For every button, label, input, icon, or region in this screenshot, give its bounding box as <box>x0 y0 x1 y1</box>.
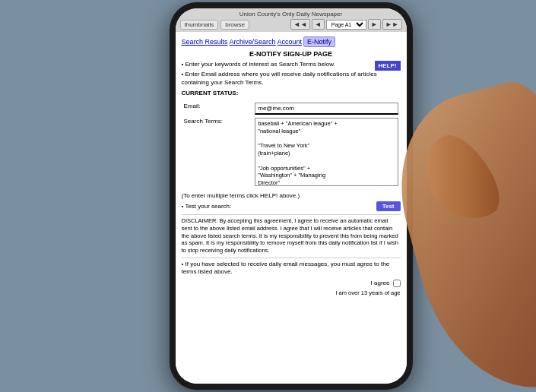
agree-checkbox[interactable] <box>393 280 401 287</box>
content-area: Search Results Archive/Search Account E-… <box>176 32 407 384</box>
tab-thumbnails[interactable]: thumbnails <box>180 20 219 30</box>
phone-device: Union County's Only Daily Newspaper thum… <box>170 2 413 390</box>
agree-note: • If you have selected to receive daily … <box>182 261 401 277</box>
email-input[interactable] <box>255 103 398 115</box>
divider-1 <box>182 214 401 215</box>
signup-form: Email: Search Terms: baseball + "America… <box>182 101 401 189</box>
agree-row: I agree <box>182 280 401 287</box>
multiple-terms-note: (To enter multiple terms click HELP! abo… <box>182 192 401 199</box>
instructions-2: • Enter Email address where you will rec… <box>182 71 401 87</box>
archive-search-link[interactable]: Archive/Search <box>230 38 276 46</box>
newspaper-title: Union County's Only Daily Newspaper <box>180 11 402 19</box>
search-results-link[interactable]: Search Results <box>182 38 228 46</box>
enotify-link[interactable]: E-Notify <box>303 36 335 47</box>
email-row: Email: <box>182 101 401 116</box>
instructions-1: • Enter your keywords of interest as Sea… <box>182 61 401 68</box>
test-search-label: • Test your search: <box>182 203 232 210</box>
nav-links: Search Results Archive/Search Account E-… <box>182 36 401 47</box>
account-link[interactable]: Account <box>278 38 303 46</box>
page-title: E-NOTIFY SIGN-UP PAGE <box>182 50 401 58</box>
prev-button[interactable]: ◄◄ <box>290 19 310 30</box>
search-terms-label: Search Terms: <box>182 116 253 189</box>
tab-browse[interactable]: browse <box>220 20 249 30</box>
forward-button[interactable]: ► <box>368 19 381 30</box>
search-terms-row: Search Terms: baseball + "American leagu… <box>182 116 401 189</box>
next-button[interactable]: ►► <box>382 19 402 30</box>
agree-label: I agree <box>371 280 390 286</box>
disclaimer-text: DISCLAIMER: By accepting this agreement,… <box>182 217 401 254</box>
nav-buttons: ◄◄ ◄ Page A1 ► ►► <box>290 19 402 30</box>
browser-bar: Union County's Only Daily Newspaper thum… <box>176 8 407 32</box>
help-button[interactable]: HELP! <box>375 61 401 71</box>
current-status-label: CURRENT STATUS: <box>182 90 401 96</box>
search-terms-input[interactable]: baseball + "American league" + "national… <box>255 118 398 186</box>
back-button[interactable]: ◄ <box>312 19 325 30</box>
thumb-shape <box>411 125 509 234</box>
test-row: • Test your search: Test <box>182 201 401 211</box>
email-label: Email: <box>182 101 253 116</box>
age-note: I am over 13 years of age <box>182 289 401 296</box>
phone-screen: Union County's Only Daily Newspaper thum… <box>176 8 407 384</box>
page-select[interactable]: Page A1 <box>326 20 366 30</box>
test-button[interactable]: Test <box>376 201 401 211</box>
divider-2 <box>182 258 401 258</box>
